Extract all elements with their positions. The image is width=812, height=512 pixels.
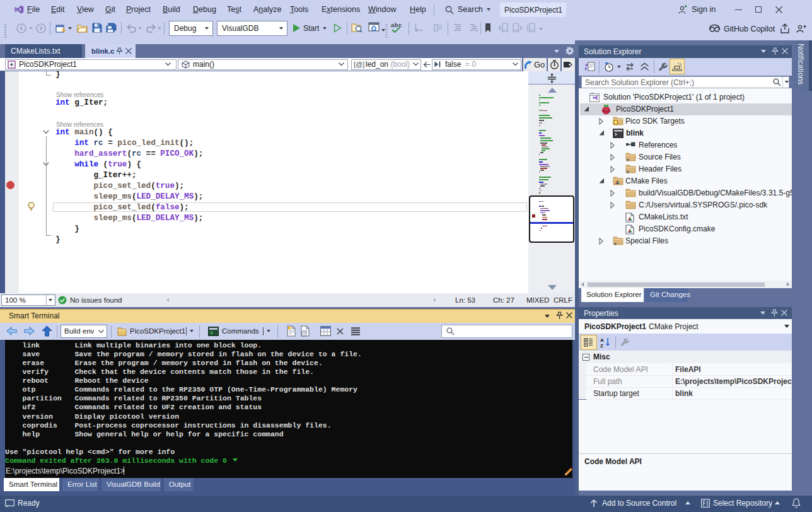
svg-text:Z: Z bbox=[600, 343, 603, 349]
